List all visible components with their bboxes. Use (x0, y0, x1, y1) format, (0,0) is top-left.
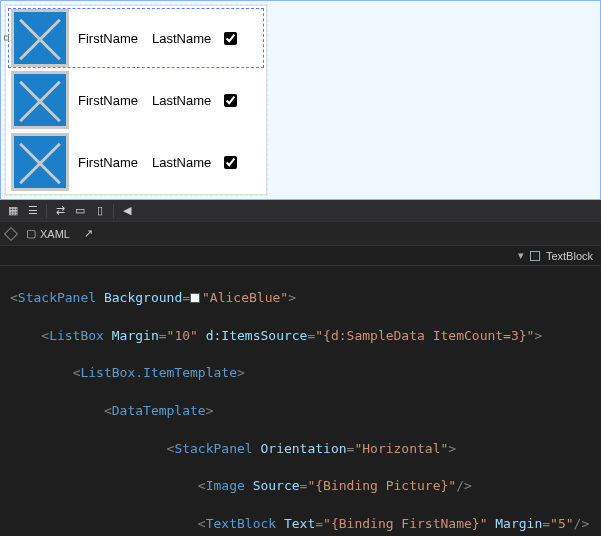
list-item[interactable]: FirstName LastName (7, 69, 265, 131)
lastname-text: LastName (152, 31, 211, 46)
code-line[interactable]: <TextBlock Text="{Binding FirstName}" Ma… (10, 515, 601, 534)
list-view-icon[interactable]: ☰ (24, 203, 42, 219)
listbox-preview[interactable]: FirstName LastName FirstName LastName Fi… (5, 5, 267, 195)
lastname-text: LastName (152, 93, 211, 108)
list-item[interactable]: FirstName LastName (7, 7, 265, 69)
popout-icon: ↗ (84, 227, 93, 240)
code-editor[interactable]: <StackPanel Background="AliceBlue"> <Lis… (0, 266, 601, 536)
image-placeholder-icon (11, 9, 69, 67)
code-line[interactable]: <StackPanel Background="AliceBlue"> (10, 289, 601, 308)
editor-tab-bar: ▢ XAML ↗ (0, 222, 601, 246)
tab-xaml[interactable]: ▢ XAML (22, 225, 74, 242)
scroll-left-icon[interactable]: ◀ (118, 203, 136, 219)
separator (113, 204, 114, 218)
firstname-text: FirstName (78, 93, 138, 108)
separator (46, 204, 47, 218)
grid-view-icon[interactable]: ▦ (4, 203, 22, 219)
code-line[interactable]: <Image Source="{Binding Picture}"/> (10, 477, 601, 496)
code-line[interactable]: <DataTemplate> (10, 402, 601, 421)
design-surface[interactable]: FirstName LastName FirstName LastName Fi… (0, 0, 601, 200)
designer-toolbar: ▦ ☰ ⇄ ▭ ▯ ◀ (0, 200, 601, 222)
split-horizontal-icon[interactable]: ▭ (71, 203, 89, 219)
code-line[interactable]: <StackPanel Orientation="Horizontal"> (10, 440, 601, 459)
color-swatch-icon (190, 293, 200, 303)
element-breadcrumb[interactable]: ▾ TextBlock (0, 246, 601, 266)
firstname-text: FirstName (78, 155, 138, 170)
row-checkbox[interactable] (224, 156, 237, 169)
breadcrumb-label: TextBlock (546, 250, 593, 262)
pin-icon[interactable] (4, 226, 18, 240)
tab-label: XAML (40, 228, 70, 240)
resize-handle-icon[interactable] (4, 36, 9, 41)
chevron-down-icon[interactable]: ▾ (518, 249, 524, 262)
code-line[interactable]: <ListBox.ItemTemplate> (10, 364, 601, 383)
row-checkbox[interactable] (224, 94, 237, 107)
popout-button[interactable]: ↗ (80, 225, 97, 242)
firstname-text: FirstName (78, 31, 138, 46)
split-vertical-icon[interactable]: ▯ (91, 203, 109, 219)
image-placeholder-icon (11, 71, 69, 129)
ide-panel: ▦ ☰ ⇄ ▭ ▯ ◀ ▢ XAML ↗ ▾ TextBlock <StackP… (0, 200, 601, 536)
image-placeholder-icon (11, 133, 69, 191)
textblock-icon (530, 251, 540, 261)
code-line[interactable]: <ListBox Margin="10" d:ItemsSource="{d:S… (10, 327, 601, 346)
list-item[interactable]: FirstName LastName (7, 131, 265, 193)
lastname-text: LastName (152, 155, 211, 170)
xaml-file-icon: ▢ (26, 227, 36, 240)
swap-panes-icon[interactable]: ⇄ (51, 203, 69, 219)
row-checkbox[interactable] (224, 32, 237, 45)
